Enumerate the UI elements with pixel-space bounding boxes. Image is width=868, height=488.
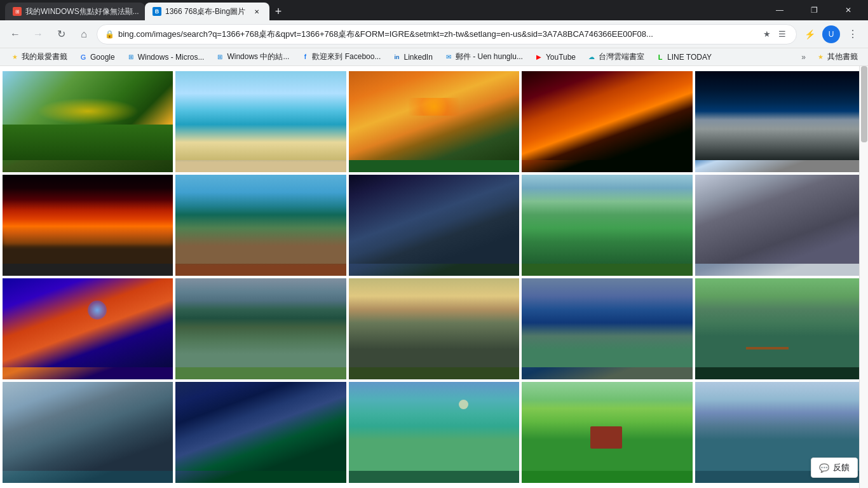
bookmark-label-cloud-books: 台灣雲端書室 [599, 51, 644, 62]
forward-button[interactable]: → [28, 24, 48, 44]
tab-inactive[interactable]: ⊞ 我的WINDOWS焦點好像無法顯... ✕ [5, 3, 145, 20]
image-tile-18[interactable] [349, 382, 519, 483]
image-tile-1[interactable] [3, 71, 173, 172]
bookmark-linkedin[interactable]: in LinkedIn [387, 50, 437, 64]
bookmark-icon-line-today: L [656, 53, 665, 62]
scrollbar[interactable] [859, 66, 868, 488]
reader-mode-icon[interactable]: ☰ [776, 28, 789, 41]
back-button[interactable]: ← [5, 24, 25, 44]
bookmark-youtube[interactable]: ▶ YouTube [529, 50, 581, 64]
bookmark-icon-other: ★ [816, 53, 825, 62]
nav-right: ⚡ U ⋮ [799, 24, 863, 44]
address-bar[interactable]: 🔒 bing.com/images/search?q=1366+768桌布&qp… [97, 24, 797, 44]
bookmark-favorites[interactable]: ★ 我的最愛書籤 [5, 50, 72, 64]
image-tile-11[interactable] [3, 278, 173, 379]
tab-favicon-2: B [153, 7, 161, 16]
maximize-button[interactable]: ❐ [799, 0, 829, 20]
image-tile-9[interactable] [522, 175, 692, 276]
bookmark-line-today[interactable]: L LINE TODAY [651, 50, 717, 64]
image-tile-12[interactable] [175, 278, 346, 379]
new-tab-button[interactable]: + [269, 3, 287, 20]
image-tile-2[interactable] [175, 71, 346, 172]
bookmark-label-google: Google [90, 53, 115, 62]
feedback-label: 反饋 [833, 462, 850, 473]
image-tile-13[interactable] [349, 278, 519, 379]
tab-active[interactable]: B 1366 768桌布-Bing圖片 ✕ [145, 3, 269, 20]
image-tile-17[interactable] [175, 382, 346, 483]
bookmark-mail[interactable]: ✉ 郵件 - Uen hunglu... [439, 50, 528, 64]
titlebar: ⊞ 我的WINDOWS焦點好像無法顯... ✕ B 1366 768桌布-Bin… [0, 0, 868, 20]
feedback-icon: 💬 [819, 463, 829, 473]
tab-favicon-1: ⊞ [13, 7, 22, 16]
bookmark-label-other: 其他書籤 [827, 51, 858, 62]
bookmark-label-linkedin: LinkedIn [403, 53, 432, 62]
bookmark-label-windows: Windows - Micros... [138, 53, 205, 62]
profile-avatar[interactable]: U [822, 25, 840, 43]
bookmark-other[interactable]: ★ 其他書籤 [811, 50, 863, 64]
bookmark-windows2[interactable]: ⊞ Windows 中的結... [210, 50, 294, 64]
bookmark-icon-facebook: f [301, 53, 309, 62]
image-tile-15[interactable] [695, 278, 865, 379]
navbar: ← → ↻ ⌂ 🔒 bing.com/images/search?q=1366+… [0, 20, 868, 48]
bookmark-icon-mail: ✉ [444, 53, 453, 62]
image-tile-19[interactable] [522, 382, 692, 483]
image-tile-8[interactable] [349, 175, 519, 276]
bookmark-icon-windows: ⊞ [126, 53, 135, 62]
image-tile-16[interactable] [3, 382, 173, 483]
tab-close-2[interactable]: ✕ [252, 6, 262, 17]
titlebar-controls: — ❐ ✕ [765, 0, 863, 20]
tab-label-1: 我的WINDOWS焦點好像無法顯... [25, 6, 139, 17]
bookmark-google[interactable]: G Google [74, 50, 120, 64]
address-text: bing.com/images/search?q=1366+768桌布&qpvt… [118, 29, 757, 40]
bookmark-icon-favorites: ★ [10, 53, 19, 62]
bookmark-icon-youtube: ▶ [534, 53, 543, 62]
image-tile-10[interactable] [695, 175, 865, 276]
bookmark-label-mail: 郵件 - Uen hunglu... [456, 51, 523, 62]
bookmark-icon-google: G [79, 53, 88, 62]
close-button[interactable]: ✕ [834, 0, 863, 20]
minimize-button[interactable]: — [765, 0, 794, 20]
refresh-button[interactable]: ↻ [51, 24, 71, 44]
bookmark-windows[interactable]: ⊞ Windows - Micros... [121, 50, 210, 64]
image-tile-4[interactable] [522, 71, 692, 172]
lock-icon: 🔒 [105, 30, 114, 39]
bookmark-label-line-today: LINE TODAY [667, 53, 712, 62]
bookmark-facebook[interactable]: f 歡迎來到 Faceboo... [295, 50, 386, 64]
bookmark-icon-windows2: ⊞ [215, 53, 224, 62]
bookmark-label-facebook: 歡迎來到 Faceboo... [312, 51, 381, 62]
extensions-button[interactable]: ⚡ [799, 24, 820, 44]
image-tile-5[interactable] [695, 71, 865, 172]
home-button[interactable]: ⌂ [74, 24, 94, 44]
bookmarks-more-button[interactable]: » [797, 51, 810, 63]
bookmark-icon-linkedin: in [392, 53, 401, 62]
bookmark-label-windows2: Windows 中的結... [227, 51, 289, 62]
image-tile-7[interactable] [175, 175, 346, 276]
image-tile-3[interactable] [349, 71, 519, 172]
bookmarks-bar: ★ 我的最愛書籤 G Google ⊞ Windows - Micros... … [0, 48, 868, 66]
bookmark-icon-cloud-books: ☁ [587, 53, 596, 62]
feedback-button[interactable]: 💬 反饋 [811, 458, 858, 478]
image-tile-14[interactable] [522, 278, 692, 379]
scrollbar-thumb[interactable] [861, 66, 867, 142]
bookmark-cloud-books[interactable]: ☁ 台灣雲端書室 [582, 50, 649, 64]
address-icons: ★ ☰ [761, 28, 789, 41]
bookmark-label-favorites: 我的最愛書籤 [22, 51, 67, 62]
settings-menu-button[interactable]: ⋮ [843, 24, 863, 44]
titlebar-tabs: ⊞ 我的WINDOWS焦點好像無法顯... ✕ B 1366 768桌布-Bin… [5, 0, 757, 20]
tab-label-2: 1366 768桌布-Bing圖片 [165, 6, 245, 17]
bookmark-star-icon[interactable]: ★ [761, 28, 773, 41]
image-tile-6[interactable] [3, 175, 173, 276]
image-grid [0, 66, 868, 488]
bookmark-label-youtube: YouTube [546, 53, 576, 62]
